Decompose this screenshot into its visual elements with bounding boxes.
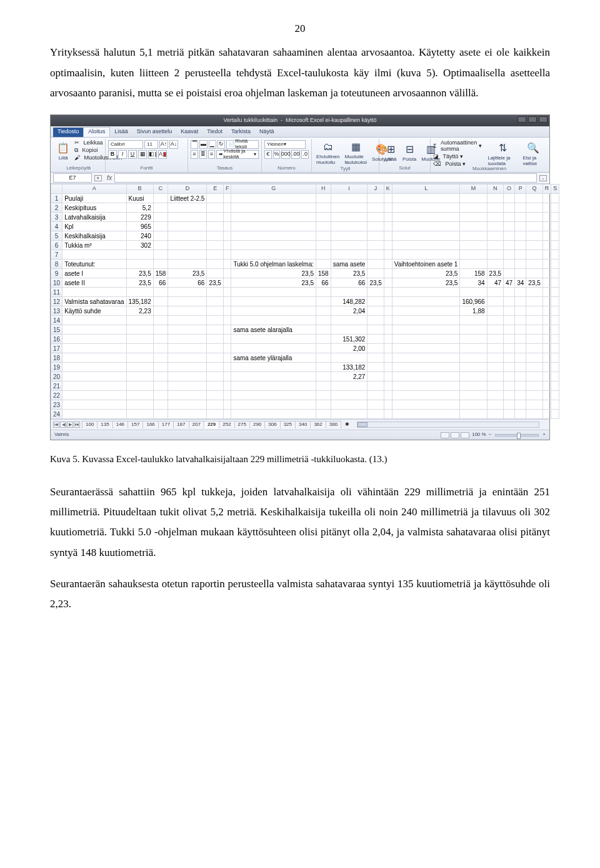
font-color-button[interactable]: A bbox=[158, 150, 167, 159]
cell[interactable] bbox=[368, 344, 384, 353]
cell[interactable] bbox=[384, 325, 392, 335]
cell[interactable] bbox=[126, 391, 153, 400]
cell[interactable] bbox=[316, 325, 331, 335]
column-header[interactable]: N bbox=[487, 184, 503, 194]
cell[interactable] bbox=[207, 297, 223, 306]
cell[interactable] bbox=[487, 410, 503, 419]
cell[interactable] bbox=[207, 241, 223, 250]
cell[interactable]: 158 bbox=[153, 269, 168, 278]
cell[interactable] bbox=[223, 306, 231, 316]
cell[interactable] bbox=[153, 297, 168, 306]
cell[interactable] bbox=[316, 231, 331, 241]
cell[interactable] bbox=[526, 250, 542, 260]
cell[interactable] bbox=[168, 222, 207, 231]
cell[interactable] bbox=[207, 269, 223, 278]
cell[interactable] bbox=[526, 381, 542, 391]
maximize-icon[interactable] bbox=[528, 116, 537, 123]
cell[interactable] bbox=[384, 288, 392, 297]
cell[interactable] bbox=[515, 203, 526, 213]
cell[interactable] bbox=[526, 344, 542, 353]
cell[interactable] bbox=[460, 344, 487, 353]
cell[interactable]: Keskipituus bbox=[62, 203, 126, 213]
cell[interactable] bbox=[487, 306, 503, 316]
cell[interactable] bbox=[551, 278, 559, 288]
cell[interactable] bbox=[168, 391, 207, 400]
row-header[interactable]: 11 bbox=[51, 288, 62, 297]
cell[interactable]: sama asete alarajalla bbox=[231, 325, 316, 335]
sheet-tab[interactable]: 187 bbox=[173, 421, 189, 428]
cell[interactable] bbox=[460, 316, 487, 325]
cell[interactable] bbox=[542, 213, 551, 222]
font-name-select[interactable]: Calibri bbox=[108, 140, 143, 149]
cell[interactable] bbox=[316, 363, 331, 372]
cell[interactable]: 302 bbox=[126, 241, 153, 250]
cell[interactable] bbox=[368, 241, 384, 250]
cell[interactable]: sama asete bbox=[331, 260, 368, 269]
cell[interactable] bbox=[515, 400, 526, 410]
cell[interactable] bbox=[504, 222, 515, 231]
tab-data[interactable]: Tiedot bbox=[202, 128, 227, 137]
cell[interactable] bbox=[168, 213, 207, 222]
cell[interactable] bbox=[551, 213, 559, 222]
cell[interactable] bbox=[515, 306, 526, 316]
cell[interactable]: 160,966 bbox=[460, 297, 487, 306]
orientation-icon[interactable]: ↻ bbox=[218, 140, 225, 149]
sheet-tab[interactable]: 325 bbox=[280, 421, 296, 428]
cell[interactable] bbox=[384, 250, 392, 260]
cell[interactable] bbox=[62, 325, 126, 335]
column-header[interactable]: P bbox=[515, 184, 526, 194]
cell[interactable] bbox=[126, 260, 153, 269]
wrap-text-button[interactable]: 📄 Rivitä teksti bbox=[226, 140, 259, 149]
cell[interactable]: asete I bbox=[62, 269, 126, 278]
cell[interactable] bbox=[526, 260, 542, 269]
cell[interactable] bbox=[168, 410, 207, 419]
cell[interactable] bbox=[368, 231, 384, 241]
cell[interactable] bbox=[168, 325, 207, 335]
cell[interactable] bbox=[504, 391, 515, 400]
name-box[interactable]: E7 bbox=[53, 173, 92, 183]
cell[interactable] bbox=[62, 288, 126, 297]
sheet-tab-strip[interactable]: ⏮ ◀ ▶ ⏭ 10013514615716617718720722925227… bbox=[51, 419, 549, 430]
cell[interactable] bbox=[384, 353, 392, 363]
cell[interactable] bbox=[515, 269, 526, 278]
cell[interactable] bbox=[487, 297, 503, 306]
align-bottom-icon[interactable]: ▁ bbox=[209, 140, 216, 149]
cell[interactable] bbox=[331, 194, 368, 203]
cell[interactable] bbox=[384, 203, 392, 213]
cell[interactable] bbox=[460, 213, 487, 222]
cell[interactable] bbox=[331, 250, 368, 260]
cell[interactable]: 47 bbox=[487, 278, 503, 288]
cell[interactable] bbox=[207, 260, 223, 269]
cell[interactable] bbox=[551, 325, 559, 335]
cell[interactable] bbox=[504, 372, 515, 381]
sheet-tab[interactable]: 340 bbox=[295, 421, 311, 428]
column-header[interactable]: A bbox=[62, 184, 126, 194]
cell[interactable] bbox=[551, 391, 559, 400]
font-size-select[interactable]: 11 bbox=[144, 140, 158, 149]
cell[interactable] bbox=[316, 306, 331, 316]
cell[interactable] bbox=[207, 391, 223, 400]
cell[interactable] bbox=[460, 363, 487, 372]
cell[interactable] bbox=[460, 391, 487, 400]
cell[interactable] bbox=[526, 306, 542, 316]
cell[interactable] bbox=[487, 316, 503, 325]
cell[interactable] bbox=[368, 194, 384, 203]
cell[interactable] bbox=[551, 269, 559, 278]
cell[interactable] bbox=[487, 203, 503, 213]
cell[interactable] bbox=[368, 400, 384, 410]
sheet-tab[interactable]: 275 bbox=[234, 421, 250, 428]
row-header[interactable]: 8 bbox=[51, 260, 62, 269]
cell[interactable]: Kuusi bbox=[126, 194, 153, 203]
cell[interactable] bbox=[515, 250, 526, 260]
cell[interactable] bbox=[515, 241, 526, 250]
cell[interactable] bbox=[542, 363, 551, 372]
cell[interactable] bbox=[551, 241, 559, 250]
cell[interactable] bbox=[526, 297, 542, 306]
align-right-icon[interactable]: ≡ bbox=[208, 150, 216, 159]
cell[interactable] bbox=[551, 381, 559, 391]
sheet-last-icon[interactable]: ⏭ bbox=[74, 421, 80, 428]
cell[interactable] bbox=[168, 203, 207, 213]
cell[interactable] bbox=[231, 203, 316, 213]
increase-decimal-icon[interactable]: .00 bbox=[291, 150, 300, 159]
cell[interactable]: 23,5 bbox=[368, 278, 384, 288]
